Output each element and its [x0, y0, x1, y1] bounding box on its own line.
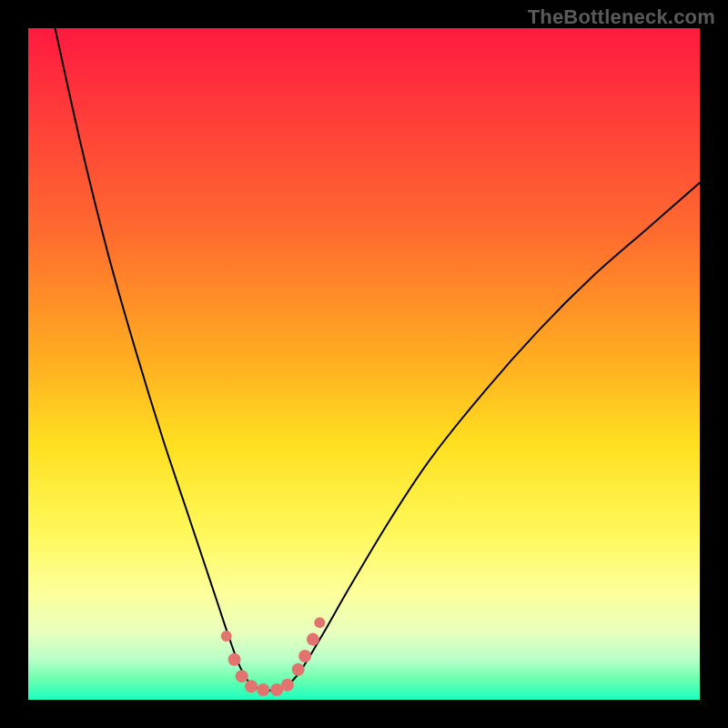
plot-area — [28, 28, 700, 700]
highlight-marker — [314, 617, 325, 628]
marker-group — [221, 617, 326, 696]
chart-svg — [28, 28, 700, 700]
chart-frame: TheBottleneck.com — [0, 0, 728, 728]
highlight-marker — [292, 663, 305, 676]
highlight-marker — [228, 653, 241, 666]
highlight-marker — [221, 631, 232, 642]
highlight-marker — [245, 680, 258, 693]
highlight-marker — [281, 679, 294, 692]
highlight-marker — [257, 683, 269, 696]
bottleneck-curve — [56, 28, 700, 691]
watermark-text: TheBottleneck.com — [528, 5, 715, 29]
highlight-marker — [298, 650, 311, 662]
highlight-marker — [307, 633, 319, 646]
highlight-marker — [236, 670, 248, 682]
